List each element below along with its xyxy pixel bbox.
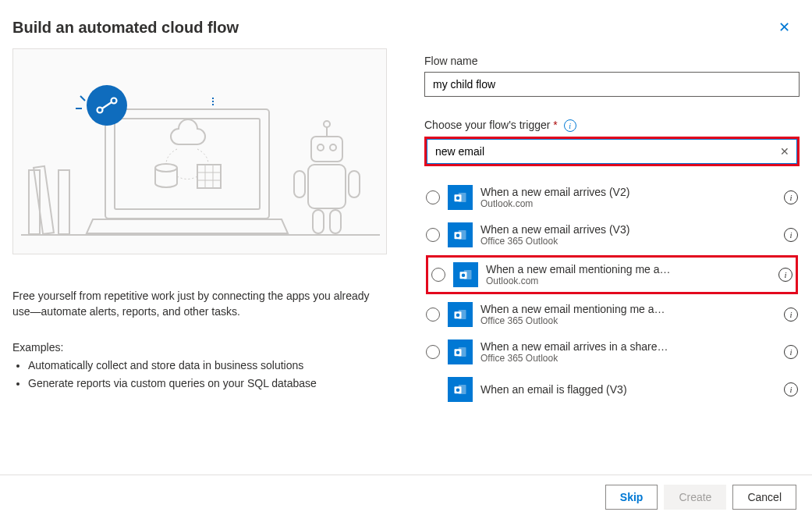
dialog-content: Free yourself from repetitive work just … <box>0 48 812 475</box>
svg-point-6 <box>155 164 177 172</box>
trigger-info-icon[interactable]: i <box>784 228 798 242</box>
required-asterisk: * <box>553 119 557 131</box>
cancel-button[interactable]: Cancel <box>732 485 796 510</box>
trigger-search-input[interactable] <box>427 139 797 164</box>
svg-point-43 <box>456 351 460 355</box>
trigger-list[interactable]: When a new email arrives (V2)Outlook.com… <box>424 179 800 475</box>
svg-rect-17 <box>308 165 346 208</box>
examples-label: Examples: <box>12 341 387 354</box>
trigger-label: Choose your flow's trigger * i <box>424 119 800 132</box>
intro-text: Free yourself from repetitive work just … <box>12 289 387 319</box>
trigger-radio[interactable] <box>431 268 445 282</box>
build-flow-dialog: Build an automated cloud flow ✕ <box>0 0 812 519</box>
svg-rect-19 <box>349 171 360 197</box>
trigger-title: When an email is flagged (V3) <box>480 383 776 396</box>
skip-button[interactable]: Skip <box>605 485 658 510</box>
svg-point-37 <box>462 274 466 278</box>
trigger-search-wrap: ✕ <box>424 137 800 166</box>
flow-illustration <box>12 48 387 254</box>
svg-point-16 <box>324 121 330 127</box>
trigger-title: When a new email arrives in a share… <box>480 340 776 353</box>
trigger-subtitle: Outlook.com <box>480 198 776 209</box>
dialog-footer: Skip Create Cancel <box>0 475 812 519</box>
trigger-subtitle: Office 365 Outlook <box>480 315 776 326</box>
trigger-text: When a new email arrives (V3)Office 365 … <box>480 223 776 247</box>
create-button[interactable]: Create <box>664 485 726 510</box>
outlook-icon <box>448 222 473 247</box>
svg-rect-5 <box>115 119 260 209</box>
trigger-text: When a new email arrives in a share…Offi… <box>480 340 776 364</box>
svg-point-46 <box>456 389 460 393</box>
svg-line-26 <box>80 96 85 101</box>
trigger-info-icon[interactable]: i <box>778 268 792 282</box>
svg-point-31 <box>456 197 460 201</box>
dialog-title: Build an automated cloud flow <box>12 19 239 37</box>
svg-rect-18 <box>294 171 305 197</box>
svg-rect-2 <box>34 166 54 234</box>
trigger-row[interactable]: When a new email mentioning me a…Office … <box>426 296 798 333</box>
trigger-subtitle: Office 365 Outlook <box>480 236 776 247</box>
trigger-row[interactable]: When an email is flagged (V3)i <box>426 371 798 408</box>
svg-rect-7 <box>197 165 221 188</box>
info-icon[interactable]: i <box>564 119 576 132</box>
trigger-title: When a new email arrives (V2) <box>480 186 776 198</box>
outlook-icon <box>453 262 478 287</box>
outlook-icon <box>448 185 473 210</box>
svg-point-13 <box>317 144 324 151</box>
trigger-radio[interactable] <box>426 228 440 242</box>
trigger-row[interactable]: When a new email mentioning me a…Outlook… <box>426 255 798 294</box>
svg-point-34 <box>456 234 460 238</box>
example-item: Generate reports via custom queries on y… <box>28 375 387 392</box>
trigger-text: When a new email arrives (V2)Outlook.com <box>480 186 776 209</box>
examples-list: Automatically collect and store data in … <box>12 357 387 392</box>
trigger-radio[interactable] <box>426 307 440 322</box>
flow-name-label: Flow name <box>424 55 800 67</box>
trigger-radio[interactable] <box>426 345 440 359</box>
clear-search-icon[interactable]: ✕ <box>780 145 789 158</box>
outlook-icon <box>448 302 473 327</box>
left-panel: Free yourself from repetitive work just … <box>12 48 387 475</box>
right-panel: Flow name Choose your flow's trigger * i… <box>424 48 800 475</box>
trigger-title: When a new email mentioning me a… <box>486 263 771 275</box>
svg-rect-3 <box>59 170 69 234</box>
trigger-radio[interactable] <box>426 190 440 204</box>
trigger-row[interactable]: When a new email arrives in a share…Offi… <box>426 333 798 371</box>
trigger-text: When a new email mentioning me a…Office … <box>480 303 776 326</box>
outlook-icon <box>448 339 473 364</box>
trigger-text: When an email is flagged (V3) <box>480 383 776 396</box>
trigger-info-icon[interactable]: i <box>784 307 798 322</box>
flow-name-input[interactable] <box>424 72 800 97</box>
trigger-row[interactable]: When a new email arrives (V3)Office 365 … <box>426 216 798 254</box>
trigger-title: When a new email arrives (V3) <box>480 223 776 236</box>
trigger-label-text: Choose your flow's trigger <box>424 119 550 131</box>
svg-rect-21 <box>330 210 341 233</box>
close-icon[interactable]: ✕ <box>775 16 793 39</box>
trigger-info-icon[interactable]: i <box>784 190 798 204</box>
example-item: Automatically collect and store data in … <box>28 357 387 374</box>
svg-rect-12 <box>311 137 342 162</box>
trigger-title: When a new email mentioning me a… <box>480 303 776 315</box>
dialog-header: Build an automated cloud flow ✕ <box>0 0 812 48</box>
trigger-row[interactable]: When a new email arrives (V2)Outlook.com… <box>426 179 798 216</box>
svg-point-14 <box>330 144 336 151</box>
trigger-subtitle: Office 365 Outlook <box>480 353 776 364</box>
svg-rect-4 <box>105 109 269 219</box>
trigger-info-icon[interactable]: i <box>784 345 798 359</box>
outlook-icon <box>448 377 473 402</box>
svg-rect-20 <box>313 210 324 233</box>
trigger-subtitle: Outlook.com <box>486 275 771 286</box>
trigger-text: When a new email mentioning me a…Outlook… <box>486 263 771 286</box>
svg-point-40 <box>456 314 460 318</box>
trigger-info-icon[interactable]: i <box>784 382 798 396</box>
